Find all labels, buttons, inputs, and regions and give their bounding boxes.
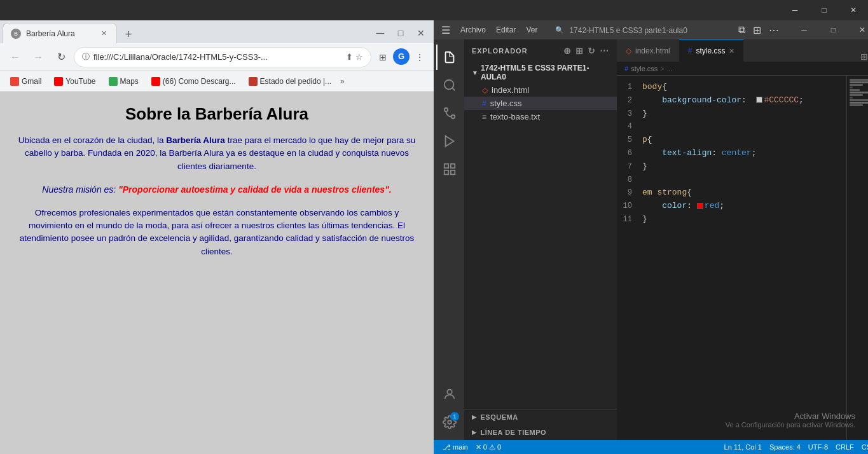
bookmark-gmail[interactable]: Gmail	[5, 76, 46, 87]
forward-button[interactable]: →	[28, 47, 48, 67]
css-file-icon: #	[482, 99, 486, 108]
code-line-5: 5 p{	[617, 134, 846, 147]
folder-arrow-icon: ▼	[472, 69, 478, 76]
file-item-style-css[interactable]: # style.css	[464, 97, 617, 110]
refresh-button[interactable]: ↻	[51, 47, 71, 67]
vscode-titlebar: ─ □ ✕	[0, 0, 868, 20]
code-line-2: 2 background-color: #CCCCCC;	[617, 94, 846, 107]
vscode-win-minimize[interactable]: ─	[789, 20, 818, 39]
breadcrumb-file[interactable]: style.css	[631, 65, 658, 72]
linea-tiempo-label: LÍNEA DE TIEMPO	[481, 429, 547, 436]
close-button[interactable]: ✕	[839, 0, 868, 20]
vscode-menu-editar[interactable]: Editar	[496, 25, 516, 34]
tab-index-html-label: index.html	[635, 46, 670, 55]
svg-rect-8	[451, 170, 455, 174]
file-item-index-html[interactable]: ◇ index.html	[464, 83, 617, 97]
bookmark-youtube[interactable]: YouTube	[49, 76, 100, 87]
editor-tab-index-html[interactable]: ◇ index.html	[617, 39, 679, 62]
back-button[interactable]: ←	[5, 47, 25, 67]
browser-minimize-button[interactable]: ─	[370, 23, 390, 43]
vscode-hamburger-icon[interactable]: ☰	[441, 24, 450, 36]
code-line-10: 10 color: red;	[617, 200, 846, 213]
spaces-text: Spaces: 4	[769, 443, 801, 451]
svg-rect-5	[444, 164, 448, 168]
vscode-more-icon[interactable]: ⋯	[766, 24, 782, 36]
bookmarks-bar: Gmail YouTube Maps (66) Como Descarg... …	[0, 71, 434, 92]
svg-rect-7	[444, 170, 448, 174]
maximize-button[interactable]: □	[809, 0, 839, 20]
esquema-panel[interactable]: ▶ ESQUEMA	[464, 409, 617, 425]
settings-badge: 1	[450, 412, 459, 421]
code-line-4: 4	[617, 120, 846, 134]
code-line-11: 11 }	[617, 213, 846, 226]
vscode-search-icon: 🔍	[555, 26, 564, 34]
svg-point-0	[444, 80, 454, 90]
status-language[interactable]: CSS	[858, 443, 868, 451]
activity-account-icon[interactable]	[436, 382, 462, 407]
layout-icon[interactable]: ⊞	[750, 24, 764, 36]
status-right-items: Ln 11, Col 1 Spaces: 4 UTF-8 CRLF CSS	[720, 443, 868, 451]
code-line-8: 8	[617, 174, 846, 187]
page-heading: Sobre la Barbería Alura	[13, 104, 421, 124]
linea-tiempo-panel[interactable]: ▶ LÍNEA DE TIEMPO	[464, 425, 617, 440]
collapse-explorer-icon[interactable]: ⋯	[600, 46, 609, 56]
profile-button[interactable]: G	[393, 48, 410, 65]
vscode-win-close[interactable]: ✕	[848, 20, 868, 39]
tab-css-icon: #	[688, 46, 692, 55]
vscode-search-text[interactable]: 1742-HTML5 e CSS3 parte1-aula0	[569, 26, 687, 35]
esquema-label: ESQUEMA	[481, 413, 518, 421]
refresh-explorer-icon[interactable]: ↻	[588, 46, 596, 56]
tab-close-button[interactable]: ✕	[99, 29, 109, 39]
vscode-menu-archivo[interactable]: Archivo	[460, 25, 486, 34]
bookmarks-more-button[interactable]: »	[340, 77, 345, 86]
new-tab-button[interactable]: +	[120, 25, 137, 43]
status-errors[interactable]: ✕ 0 ⚠ 0	[472, 443, 505, 451]
mission-prefix: Nuestra misión es:	[42, 184, 118, 195]
code-line-6: 6 text-align: center;	[617, 147, 846, 160]
address-text: file:///C:/Lililana/Oracle/1742-HTML5-y-…	[93, 52, 342, 62]
activity-files-icon[interactable]	[436, 45, 462, 70]
vscode-win-maximize[interactable]: □	[818, 20, 848, 39]
browser-panel: B Barbería Alura ✕ + ─ □ ✕ ← → ↻ ⓘ	[0, 20, 434, 454]
vscode-editor: ◇ index.html # style.css ✕ ⊞ ⋯	[617, 39, 868, 440]
status-encoding[interactable]: UTF-8	[804, 443, 832, 451]
new-file-icon[interactable]: ⊕	[563, 46, 572, 56]
extensions-icon[interactable]: ⊞	[374, 48, 392, 66]
status-line-col[interactable]: Ln 11, Col 1	[720, 443, 766, 451]
explorer-folder[interactable]: ▼ 1742-HTML5 E CSS3 PARTE1-AULA0	[464, 62, 617, 83]
tab-css-close[interactable]: ✕	[729, 47, 734, 55]
page-services: Ofrecemos profesionales experimentados q…	[13, 207, 421, 258]
status-eol[interactable]: CRLF	[832, 443, 858, 451]
browser-close-button[interactable]: ✕	[411, 23, 431, 43]
browser-maximize-button[interactable]: □	[390, 23, 411, 43]
status-branch[interactable]: ⎇ main	[439, 443, 472, 451]
bookmark-maps-label: Maps	[120, 77, 139, 86]
line-col-text: Ln 11, Col 1	[724, 443, 762, 451]
vscode-panel: ☰ Archivo Editar Ver 🔍 1742-HTML5 e CSS3…	[434, 20, 868, 454]
bookmark-estado[interactable]: Estado del pedido |...	[244, 76, 337, 87]
bookmark-yt2[interactable]: (66) Como Descarg...	[146, 76, 241, 87]
error-icon: ✕	[476, 443, 481, 451]
activity-git-icon[interactable]	[436, 100, 462, 126]
minimize-button[interactable]: ─	[780, 0, 809, 20]
bookmark-maps[interactable]: Maps	[104, 76, 144, 87]
new-folder-icon[interactable]: ⊞	[575, 46, 584, 56]
file-item-texto-base[interactable]: ≡ texto-base.txt	[464, 110, 617, 123]
vscode-menu-ver[interactable]: Ver	[526, 25, 537, 34]
breadcrumb-file-icon: #	[624, 65, 628, 72]
menu-icon[interactable]: ⋮	[411, 48, 429, 66]
editor-tab-style-css[interactable]: # style.css ✕	[679, 39, 744, 62]
browser-tab[interactable]: B Barbería Alura ✕	[3, 23, 117, 43]
git-branch-icon: ⎇	[443, 443, 451, 451]
tab-title: Barbería Alura	[26, 29, 93, 38]
activity-extensions-icon[interactable]	[436, 156, 462, 182]
status-spaces[interactable]: Spaces: 4	[766, 443, 804, 451]
address-bar[interactable]: ⓘ file:///C:/Lililana/Oracle/1742-HTML5-…	[74, 47, 371, 67]
activity-debug-icon[interactable]	[436, 128, 462, 154]
editor-split-icon[interactable]: ⊞	[860, 52, 868, 62]
vscode-statusbar: ⎇ main ✕ 0 ⚠ 0 Ln 11, Col 1 Spaces: 4	[434, 440, 868, 454]
vscode-sidebar: EXPLORADOR ⊕ ⊞ ↻ ⋯ ▼ 1742-HTML5 E CSS3 P…	[464, 39, 617, 440]
code-line-3: 3 }	[617, 107, 846, 121]
split-editor-icon[interactable]: ⧉	[736, 24, 748, 36]
activity-search-icon[interactable]	[436, 72, 462, 98]
